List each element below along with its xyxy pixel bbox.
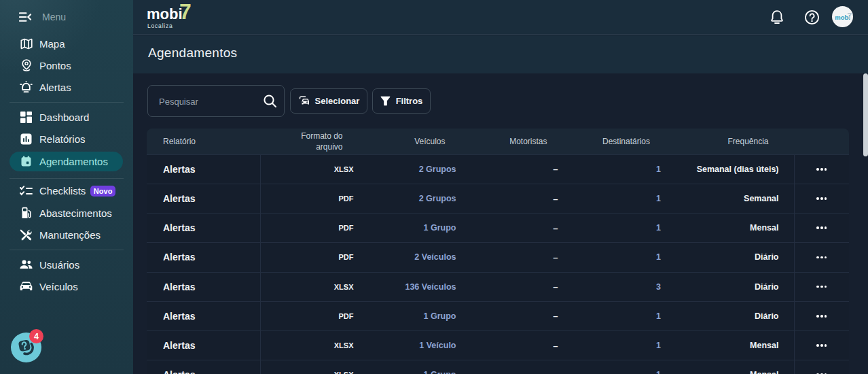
svg-text:7: 7 [848, 12, 852, 21]
